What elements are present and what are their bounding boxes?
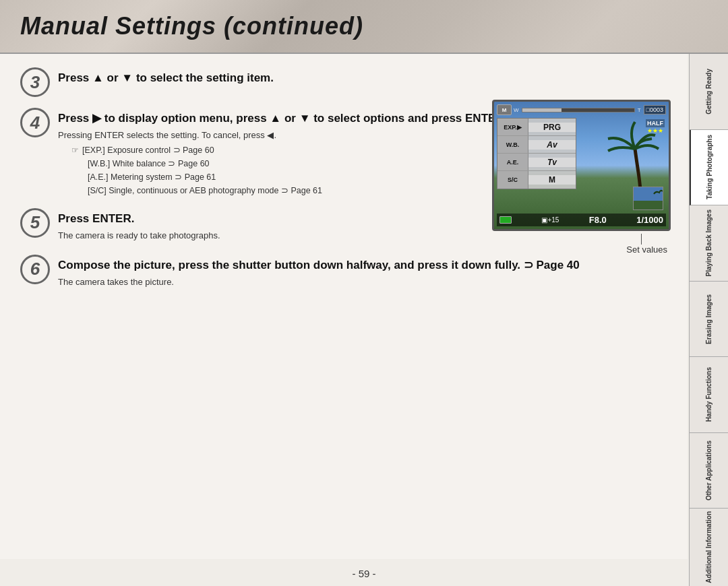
step-6-content: Compose the picture, press the shutter b… bbox=[58, 255, 667, 290]
cam-menu-row-exp: EXP.▶ PRG bbox=[497, 119, 576, 136]
arrow-up-icon: ▲ bbox=[92, 71, 104, 84]
sidebar-item-handy-functions[interactable]: Handy Functions bbox=[690, 357, 728, 433]
step-3-content: Press ▲ or ▼ to select the setting item. bbox=[58, 67, 667, 89]
set-values-area: Set values bbox=[492, 234, 674, 255]
page-title: Manual Settings (continued) bbox=[20, 12, 363, 40]
sidebar-item-additional-information[interactable]: Additional Information bbox=[690, 509, 728, 586]
cam-menu-value-tv: Tv bbox=[528, 158, 576, 167]
sidebar-item-erasing-images-label: Erasing Images bbox=[704, 294, 713, 344]
cam-menu-value-m: M bbox=[528, 175, 576, 185]
cam-menu-row-ae: A.E. Tv bbox=[497, 154, 576, 171]
step-6-subtitle: The camera takes the picture. bbox=[58, 276, 667, 288]
cam-frame-count: □0003 bbox=[644, 105, 666, 115]
step-6-number: 6 bbox=[20, 255, 50, 284]
sidebar-item-taking-photographs[interactable]: Taking Photographs bbox=[690, 130, 728, 206]
cam-half-indicator: HALF ★★★ bbox=[646, 119, 665, 134]
cam-t-label: T bbox=[638, 107, 641, 113]
step-4-number: 4 bbox=[20, 108, 50, 137]
side-navigation: Getting Ready Taking Photographs Playing… bbox=[689, 54, 728, 586]
cam-half-label: HALF bbox=[646, 119, 665, 127]
arrow-right-icon: ▶ bbox=[92, 112, 101, 125]
page-number: - 59 - bbox=[352, 568, 375, 579]
sidebar-item-other-applications[interactable]: Other Applications bbox=[690, 433, 728, 509]
sidebar-item-handy-functions-label: Handy Functions bbox=[704, 367, 713, 422]
sidebar-item-erasing-images[interactable]: Erasing Images bbox=[690, 282, 728, 358]
step-5-number: 5 bbox=[20, 208, 50, 238]
cam-menu-label-ae: A.E. bbox=[497, 154, 528, 170]
cam-zoom-bar bbox=[522, 108, 635, 112]
sidebar-item-getting-ready[interactable]: Getting Ready bbox=[690, 54, 728, 130]
arrow-down2-icon: ▼ bbox=[299, 112, 311, 125]
cam-stars-icon: ★★★ bbox=[646, 127, 665, 134]
cam-shutter-value: 1/1000 bbox=[636, 215, 663, 225]
step-3-title: Press ▲ or ▼ to select the setting item. bbox=[58, 70, 667, 86]
arrow-left-icon: ◀ bbox=[267, 130, 274, 140]
sidebar-item-taking-photographs-label: Taking Photographs bbox=[705, 135, 714, 199]
set-values-label: Set values bbox=[626, 245, 674, 255]
sidebar-item-getting-ready-label: Getting Ready bbox=[704, 69, 713, 115]
cam-ev-value: ▣+15 bbox=[541, 216, 559, 224]
cam-battery-icon bbox=[499, 216, 512, 224]
cam-menu: EXP.▶ PRG W.B. Av A.E. Tv S/C M bbox=[497, 118, 576, 189]
step-6-title: Compose the picture, press the shutter b… bbox=[58, 257, 667, 273]
cam-menu-value-av: Av bbox=[528, 140, 576, 150]
step-3-container: 3 Press ▲ or ▼ to select the setting ite… bbox=[20, 67, 667, 97]
cam-w-label: W bbox=[514, 107, 519, 113]
cam-pointer-line bbox=[582, 215, 582, 217]
cam-menu-row-wb: W.B. Av bbox=[497, 136, 576, 154]
step-6-container: 6 Compose the picture, press the shutter… bbox=[20, 255, 667, 290]
sidebar-item-playing-back-images-label: Playing Back Images bbox=[704, 209, 713, 277]
cam-zoom-fill bbox=[522, 108, 562, 112]
camera-display: M W T □0003 HALF ★★★ EXP.▶ PRG bbox=[492, 100, 671, 231]
svg-rect-1 bbox=[634, 201, 663, 210]
arrow-up2-icon: ▲ bbox=[270, 112, 281, 125]
cam-top-bar: M W T □0003 bbox=[497, 104, 666, 115]
set-values-line bbox=[641, 234, 642, 245]
arrow-down-icon: ▼ bbox=[121, 71, 133, 84]
cam-menu-value-prg: PRG bbox=[528, 123, 576, 132]
cam-aperture-value: F8.0 bbox=[589, 215, 607, 225]
cam-menu-label-sc: S/C bbox=[497, 171, 528, 189]
camera-display-wrapper: M W T □0003 HALF ★★★ EXP.▶ PRG bbox=[492, 100, 674, 255]
cam-thumbnail bbox=[633, 187, 663, 210]
thumbnail-image-icon bbox=[634, 187, 663, 210]
sidebar-item-playing-back-images[interactable]: Playing Back Images bbox=[690, 205, 728, 282]
sidebar-item-additional-information-label: Additional Information bbox=[704, 511, 713, 583]
step-3-number: 3 bbox=[20, 67, 50, 97]
cam-menu-label-wb: W.B. bbox=[497, 136, 528, 153]
cam-menu-label-exp: EXP.▶ bbox=[497, 119, 528, 135]
sidebar-item-other-applications-label: Other Applications bbox=[704, 441, 713, 500]
cam-mode-indicator: M bbox=[497, 104, 512, 115]
cam-menu-row-sc: S/C M bbox=[497, 171, 576, 189]
